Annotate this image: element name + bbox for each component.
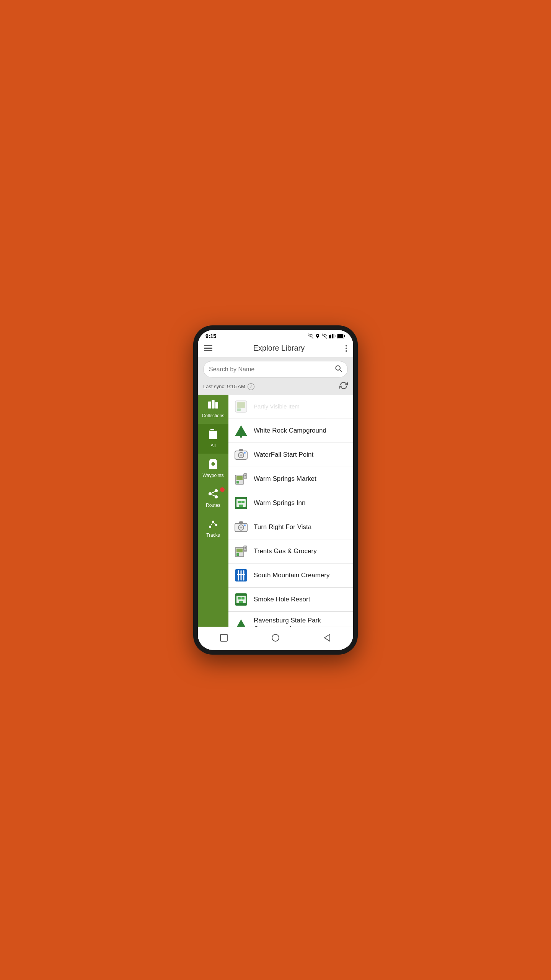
svg-point-53 (244, 524, 246, 526)
svg-rect-28 (237, 408, 241, 411)
gas-icon-2 (234, 544, 248, 559)
sync-bar: Last sync: 9:15 AM i (198, 380, 353, 395)
item-name-8: Smoke Hole Resort (254, 595, 310, 604)
collections-icon (208, 400, 218, 412)
bottom-nav (198, 627, 353, 650)
svg-rect-59 (244, 550, 247, 552)
recent-apps-button[interactable] (218, 632, 230, 644)
hotel-icon-1 (234, 496, 248, 510)
list-area: Partly Visible Item White Rock Campgroun… (228, 395, 353, 627)
sidebar-all-label: All (210, 443, 215, 448)
refresh-icon[interactable] (339, 381, 348, 392)
svg-rect-9 (337, 334, 343, 338)
svg-rect-8 (344, 335, 345, 337)
home-button[interactable] (269, 632, 282, 644)
sidebar-item-collections[interactable]: Collections (198, 395, 228, 424)
list-item[interactable]: WaterFall Start Point (228, 443, 353, 467)
svg-point-34 (240, 454, 242, 456)
svg-rect-39 (236, 481, 239, 483)
page-title: Explore Library (253, 344, 305, 353)
list-item[interactable]: South Mountain Creamery (228, 564, 353, 588)
resort-icon-1 (234, 592, 248, 607)
svg-rect-58 (245, 547, 246, 549)
svg-rect-2 (329, 335, 330, 338)
list-item[interactable]: Trents Gas & Grocery (228, 539, 353, 564)
status-icons (308, 333, 346, 339)
search-box[interactable] (203, 361, 348, 377)
info-icon[interactable]: i (248, 383, 254, 390)
svg-marker-29 (235, 425, 247, 436)
sidebar-routes-label: Routes (206, 503, 220, 508)
search-icon[interactable] (334, 364, 342, 374)
svg-rect-67 (238, 597, 241, 599)
list-item[interactable]: Smoke Hole Resort (228, 588, 353, 612)
svg-rect-38 (236, 476, 243, 480)
routes-badge (220, 487, 225, 492)
svg-rect-41 (245, 475, 246, 476)
list-item[interactable]: Warm Springs Inn (228, 491, 353, 515)
sidebar-collections-label: Collections (202, 413, 225, 418)
sidebar-item-routes[interactable]: Routes (198, 483, 228, 513)
svg-rect-56 (236, 553, 239, 556)
sidebar-tracks-label: Tracks (206, 532, 220, 538)
routes-icon (208, 489, 218, 501)
svg-rect-68 (241, 597, 245, 599)
svg-point-18 (209, 492, 212, 495)
list-item[interactable]: Turn Right For Vista (228, 515, 353, 539)
svg-rect-46 (241, 501, 245, 503)
item-name-5: Turn Right For Vista (254, 523, 311, 531)
camera-icon-2 (234, 520, 248, 534)
menu-button[interactable] (204, 345, 212, 351)
item-name-2: WaterFall Start Point (254, 451, 313, 459)
sync-text-label: Last sync: 9:15 AM (203, 384, 245, 389)
svg-rect-14 (215, 402, 218, 409)
svg-rect-69 (239, 601, 243, 603)
sidebar-item-tracks[interactable]: Tracks (198, 513, 228, 543)
status-bar: 9:15 (198, 330, 353, 341)
svg-rect-4 (332, 334, 333, 338)
svg-rect-13 (212, 400, 214, 408)
svg-marker-70 (235, 619, 247, 627)
svg-rect-47 (239, 505, 243, 507)
search-input[interactable] (209, 366, 331, 373)
item-name-7: South Mountain Creamery (254, 571, 329, 580)
partial-list-item: Partly Visible Item (228, 395, 353, 419)
svg-rect-45 (238, 501, 241, 503)
svg-rect-55 (236, 549, 243, 552)
svg-rect-42 (244, 478, 247, 479)
svg-rect-5 (333, 334, 334, 338)
svg-line-21 (212, 492, 215, 493)
svg-rect-30 (240, 435, 242, 438)
item-name-1: White Rock Campground (254, 426, 326, 435)
list-item[interactable]: Warm Springs Market (228, 467, 353, 491)
svg-line-22 (212, 495, 215, 496)
svg-point-51 (240, 527, 242, 528)
camp-icon-1 (234, 423, 248, 438)
svg-line-11 (340, 370, 342, 372)
phone-frame: 9:15 Explore Library (193, 325, 358, 655)
waypoints-icon (209, 459, 217, 471)
sidebar-item-all[interactable]: All (198, 424, 228, 454)
restaurant-icon-1 (234, 568, 248, 583)
list-item[interactable]: Ravensburg State Park Campground (228, 612, 353, 627)
list-item[interactable]: White Rock Campground (228, 419, 353, 443)
main-content: Collections All (198, 395, 353, 627)
svg-rect-52 (239, 521, 243, 524)
camera-icon-1 (234, 448, 248, 462)
more-options-button[interactable] (346, 345, 347, 352)
item-name-3: Warm Springs Market (254, 475, 316, 483)
top-bar: Explore Library (198, 341, 353, 357)
svg-rect-3 (330, 335, 331, 338)
back-button[interactable] (321, 632, 333, 644)
camp-icon-2 (234, 617, 248, 627)
svg-rect-12 (208, 402, 211, 408)
svg-point-81 (272, 634, 279, 641)
sidebar-item-waypoints[interactable]: Waypoints (198, 454, 228, 483)
sidebar-waypoints-label: Waypoints (202, 473, 224, 478)
sync-info: Last sync: 9:15 AM i (203, 383, 254, 390)
svg-rect-80 (220, 634, 227, 641)
item-name-4: Warm Springs Inn (254, 499, 305, 507)
svg-point-16 (211, 462, 215, 466)
svg-rect-15 (210, 430, 215, 431)
item-name-9: Ravensburg State Park Campground (254, 616, 348, 627)
